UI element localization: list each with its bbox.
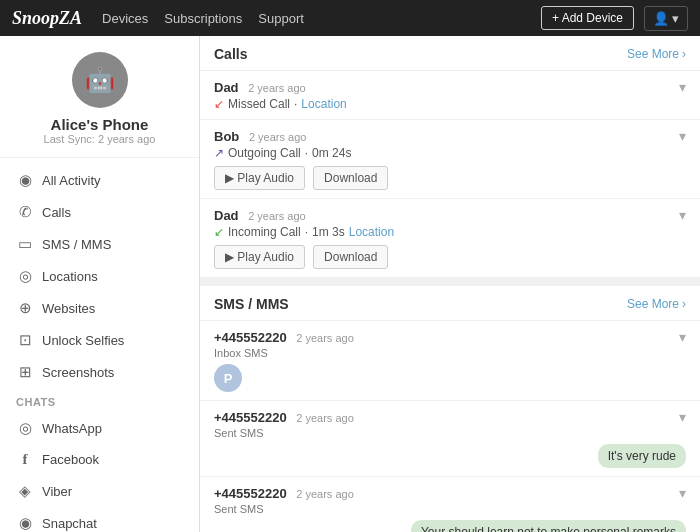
facebook-icon: f xyxy=(16,451,34,468)
call-detail: ↙ Missed Call · Location xyxy=(214,97,686,111)
call-item-header: Bob 2 years ago ▾ xyxy=(214,128,686,144)
call-contact-info: Dad 2 years ago xyxy=(214,80,306,95)
sms-item-header: +445552220 2 years ago ▾ xyxy=(214,485,686,501)
sidebar: 🤖 Alice's Phone Last Sync: 2 years ago ◉… xyxy=(0,36,200,532)
call-actions: ▶ Play Audio Download xyxy=(214,245,686,269)
download-button[interactable]: Download xyxy=(313,245,388,269)
nav-support[interactable]: Support xyxy=(258,11,304,26)
sidebar-item-label: Websites xyxy=(42,301,95,316)
device-sync: Last Sync: 2 years ago xyxy=(0,133,199,145)
call-type: Incoming Call xyxy=(228,225,301,239)
sidebar-item-whatsapp[interactable]: ◎ WhatsApp xyxy=(0,412,199,444)
play-audio-button[interactable]: ▶ Play Audio xyxy=(214,166,305,190)
sms-contact-info: +445552220 2 years ago xyxy=(214,330,354,345)
call-expand-icon[interactable]: ▾ xyxy=(679,79,686,95)
call-location-link[interactable]: Location xyxy=(301,97,346,111)
sms-section-title: SMS / MMS xyxy=(214,296,289,312)
sidebar-item-viber[interactable]: ◈ Viber xyxy=(0,475,199,507)
sms-contact-info: +445552220 2 years ago xyxy=(214,410,354,425)
snapchat-icon: ◉ xyxy=(16,514,34,532)
sms-contact-name: +445552220 xyxy=(214,486,287,501)
calls-section-title: Calls xyxy=(214,46,247,62)
call-direction-icon: ↙ xyxy=(214,225,224,239)
chats-section-label: CHATS xyxy=(0,388,199,412)
chevron-right-icon: › xyxy=(682,47,686,61)
sms-bubble-right: It's very rude xyxy=(214,444,686,468)
nav-subscriptions[interactable]: Subscriptions xyxy=(164,11,242,26)
call-item-2: Dad 2 years ago ▾ ↙ Incoming Call · 1m 3… xyxy=(200,199,700,278)
user-chevron-icon: ▾ xyxy=(672,11,679,26)
main-layout: 🤖 Alice's Phone Last Sync: 2 years ago ◉… xyxy=(0,36,700,532)
call-contact-name: Bob xyxy=(214,129,239,144)
chevron-right-icon: › xyxy=(682,297,686,311)
sms-expand-icon[interactable]: ▾ xyxy=(679,409,686,425)
sidebar-item-snapchat[interactable]: ◉ Snapchat xyxy=(0,507,199,532)
sidebar-item-label: All Activity xyxy=(42,173,101,188)
sms-expand-icon[interactable]: ▾ xyxy=(679,329,686,345)
sidebar-item-all-activity[interactable]: ◉ All Activity xyxy=(0,164,199,196)
call-item-header: Dad 2 years ago ▾ xyxy=(214,79,686,95)
unlock-selfies-icon: ⊡ xyxy=(16,331,34,349)
call-item-1: Bob 2 years ago ▾ ↗ Outgoing Call · 0m 2… xyxy=(200,120,700,199)
content: Calls See More › Dad 2 years ago ▾ ↙ xyxy=(200,36,700,532)
call-time: 2 years ago xyxy=(248,210,305,222)
topnav-right: + Add Device 👤 ▾ xyxy=(541,6,688,31)
sms-type: Sent SMS xyxy=(214,427,686,439)
sms-item-0: +445552220 2 years ago ▾ Inbox SMS P xyxy=(200,321,700,401)
sidebar-item-label: Viber xyxy=(42,484,72,499)
sms-see-more[interactable]: See More › xyxy=(627,297,686,311)
calls-icon: ✆ xyxy=(16,203,34,221)
calls-section-header: Calls See More › xyxy=(200,36,700,71)
call-type: Missed Call xyxy=(228,97,290,111)
sidebar-item-unlock-selfies[interactable]: ⊡ Unlock Selfies xyxy=(0,324,199,356)
call-expand-icon[interactable]: ▾ xyxy=(679,207,686,223)
play-audio-button[interactable]: ▶ Play Audio xyxy=(214,245,305,269)
call-separator: · xyxy=(294,97,297,111)
call-time: 2 years ago xyxy=(249,131,306,143)
sms-item-2: +445552220 2 years ago ▾ Sent SMS Your s… xyxy=(200,477,700,532)
sms-expand-icon[interactable]: ▾ xyxy=(679,485,686,501)
call-detail: ↗ Outgoing Call · 0m 24s xyxy=(214,146,686,160)
all-activity-icon: ◉ xyxy=(16,171,34,189)
call-item-header: Dad 2 years ago ▾ xyxy=(214,207,686,223)
sms-bubble-text: Your should learn not to make personal r… xyxy=(411,520,686,532)
sms-contact-info: +445552220 2 years ago xyxy=(214,486,354,501)
call-expand-icon[interactable]: ▾ xyxy=(679,128,686,144)
call-direction-icon: ↙ xyxy=(214,97,224,111)
sidebar-item-label: Facebook xyxy=(42,452,99,467)
websites-icon: ⊕ xyxy=(16,299,34,317)
sidebar-item-label: Unlock Selfies xyxy=(42,333,124,348)
call-separator: · xyxy=(305,146,308,160)
calls-see-more[interactable]: See More › xyxy=(627,47,686,61)
call-type: Outgoing Call xyxy=(228,146,301,160)
call-direction-icon: ↗ xyxy=(214,146,224,160)
viber-icon: ◈ xyxy=(16,482,34,500)
sms-item-1: +445552220 2 years ago ▾ Sent SMS It's v… xyxy=(200,401,700,477)
topnav: SnoopZA Devices Subscriptions Support + … xyxy=(0,0,700,36)
call-duration: 0m 24s xyxy=(312,146,351,160)
add-device-button[interactable]: + Add Device xyxy=(541,6,634,30)
call-duration: 1m 3s xyxy=(312,225,345,239)
device-icon: 🤖 xyxy=(72,52,128,108)
sms-initial: P xyxy=(214,364,242,392)
sidebar-item-facebook[interactable]: f Facebook xyxy=(0,444,199,475)
nav-devices[interactable]: Devices xyxy=(102,11,148,26)
sms-type: Inbox SMS xyxy=(214,347,686,359)
sidebar-item-calls[interactable]: ✆ Calls xyxy=(0,196,199,228)
call-time: 2 years ago xyxy=(248,82,305,94)
sidebar-item-label: SMS / MMS xyxy=(42,237,111,252)
call-contact-name: Dad xyxy=(214,208,239,223)
device-avatar: 🤖 xyxy=(0,52,199,108)
call-location-link[interactable]: Location xyxy=(349,225,394,239)
nav-links: Devices Subscriptions Support xyxy=(102,11,541,26)
sidebar-item-label: Screenshots xyxy=(42,365,114,380)
sidebar-item-websites[interactable]: ⊕ Websites xyxy=(0,292,199,324)
download-button[interactable]: Download xyxy=(313,166,388,190)
sms-bubble-text: It's very rude xyxy=(598,444,686,468)
user-avatar-icon: 👤 xyxy=(653,11,669,26)
sidebar-item-locations[interactable]: ◎ Locations xyxy=(0,260,199,292)
sidebar-item-sms[interactable]: ▭ SMS / MMS xyxy=(0,228,199,260)
sidebar-item-screenshots[interactable]: ⊞ Screenshots xyxy=(0,356,199,388)
user-menu-button[interactable]: 👤 ▾ xyxy=(644,6,688,31)
sidebar-item-label: Locations xyxy=(42,269,98,284)
